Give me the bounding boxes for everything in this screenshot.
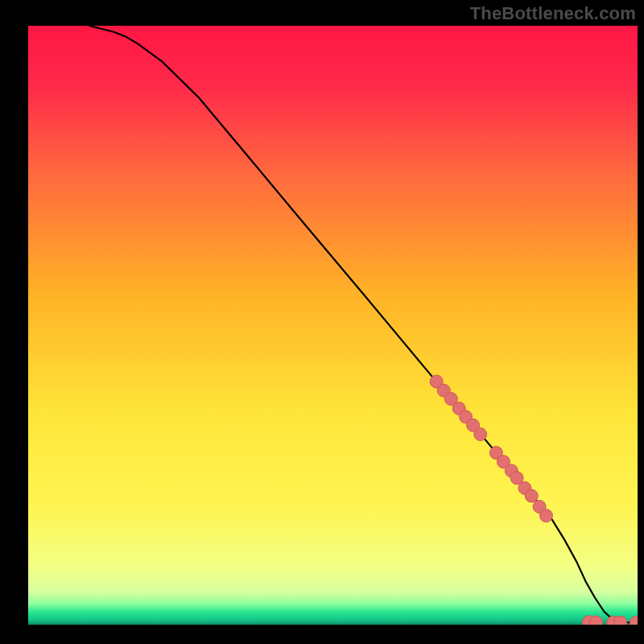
marker-dot [474, 427, 487, 440]
watermark-text: TheBottleneck.com [470, 3, 636, 24]
marker-dot [590, 616, 603, 625]
marker-dot [539, 510, 552, 522]
gradient-background [28, 26, 638, 625]
marker-dot [525, 489, 538, 502]
chart-svg [28, 26, 638, 625]
marker-dot [614, 616, 627, 625]
plot-area [28, 26, 638, 625]
chart-frame: TheBottleneck.com [0, 0, 644, 644]
